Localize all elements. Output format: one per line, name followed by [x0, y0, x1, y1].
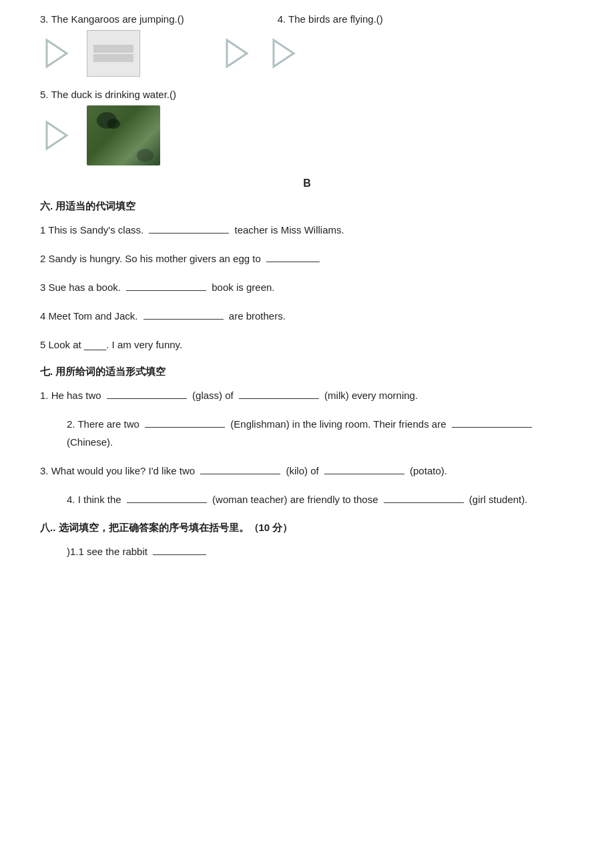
q6-3: 3 Sue has a book. book is green.: [40, 278, 574, 296]
blank-7-4b[interactable]: [384, 502, 464, 503]
blank-7-3a[interactable]: [200, 474, 280, 474]
svg-marker-2: [274, 40, 294, 67]
svg-marker-0: [47, 40, 67, 67]
section-6: 六. 用适当的代词填空 1 This is Sandy's class. tea…: [40, 200, 574, 354]
section-b-label: B: [40, 177, 574, 189]
question-3-4-images: [40, 30, 574, 77]
q7-4: 4. I think the (woman teacher) are frien…: [40, 490, 574, 508]
q7-1: 1. He has two (glass) of (milk) every mo…: [40, 386, 574, 404]
blank-6-2[interactable]: [266, 262, 320, 262]
section-6-title: 六. 用适当的代词填空: [40, 200, 574, 213]
blank-6-1[interactable]: [149, 233, 229, 234]
blank-7-1a[interactable]: [107, 398, 187, 399]
blank-7-3b[interactable]: [324, 474, 404, 474]
q6-5: 5 Look at ____. I am very funny.: [40, 336, 574, 354]
duck-image: [87, 105, 160, 165]
blank-7-2b[interactable]: [452, 427, 532, 428]
q8-1: )1.1 see the rabbit: [40, 542, 574, 560]
blank-7-4a[interactable]: [127, 502, 207, 503]
chevron-icon-3a: [40, 37, 73, 70]
section-8-title: 八.. 选词填空，把正确答案的序号填在括号里。（10 分）: [40, 522, 574, 534]
chevron-icon-4a: [220, 37, 254, 70]
chevron-icon-4b: [267, 37, 300, 70]
question-4-label: 4. The birds are flying.(): [278, 13, 383, 25]
blank-7-1b[interactable]: [239, 398, 319, 399]
question-5-label: 5. The duck is drinking water.(): [40, 89, 574, 100]
section-3-4: 3. The Kangaroos are jumping.() 4. The b…: [40, 13, 574, 77]
blank-6-3[interactable]: [126, 290, 206, 291]
chevron-icon-5a: [40, 119, 73, 152]
question-5-images: [40, 105, 574, 165]
blank-7-2a[interactable]: [145, 427, 225, 428]
question-3-label: 3. The Kangaroos are jumping.(): [40, 13, 184, 25]
q6-1: 1 This is Sandy's class. teacher is Miss…: [40, 221, 574, 239]
q6-2: 2 Sandy is hungry. So his mother givers …: [40, 250, 574, 268]
section-5: 5. The duck is drinking water.(): [40, 89, 574, 165]
kangaroo-image: [87, 30, 140, 77]
svg-marker-1: [227, 40, 247, 67]
blank-6-4[interactable]: [143, 319, 224, 320]
section-7-title: 七. 用所给词的适当形式填空: [40, 366, 574, 378]
section-7: 七. 用所给词的适当形式填空 1. He has two (glass) of …: [40, 366, 574, 508]
section-8: 八.. 选词填空，把正确答案的序号填在括号里。（10 分） )1.1 see t…: [40, 522, 574, 560]
svg-marker-3: [47, 122, 67, 149]
q6-4: 4 Meet Tom and Jack. are brothers.: [40, 307, 574, 325]
blank-8-1[interactable]: [153, 554, 206, 555]
q7-2: 2. There are two (Englishman) in the liv…: [40, 415, 574, 451]
q7-3: 3. What would you like? I'd like two (ki…: [40, 462, 574, 480]
